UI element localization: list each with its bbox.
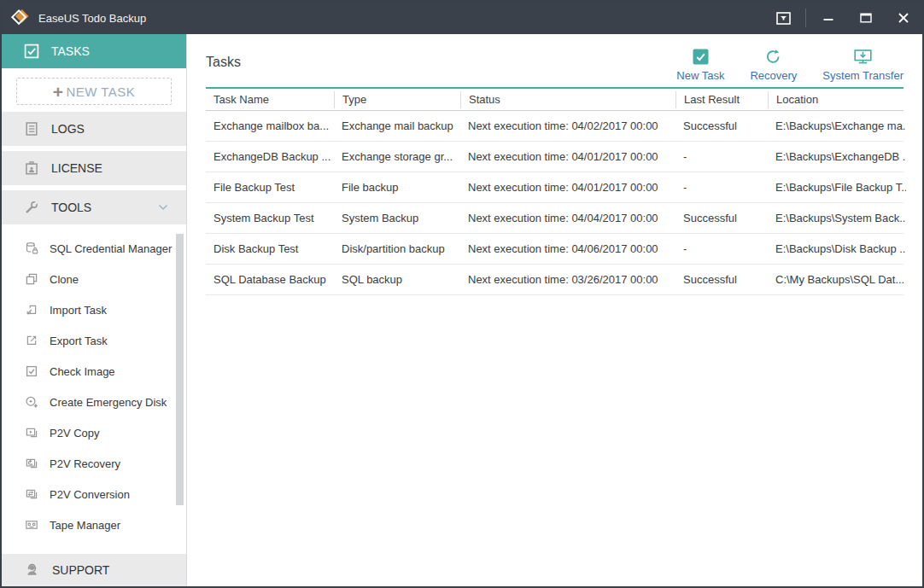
system-transfer-action-button[interactable]: System Transfer [822, 49, 904, 82]
sidebar-item-tools[interactable]: TOOLS [2, 190, 186, 224]
menu-dropdown-button[interactable] [764, 2, 802, 34]
maximize-button[interactable] [847, 2, 885, 34]
table-row[interactable]: ExchangeDB Backup ... Exchange storage g… [206, 142, 904, 172]
cell-location: C:\My Backups\SQL Dat... [768, 273, 906, 286]
cell-type: Disk/partition backup [334, 242, 460, 255]
cell-location: E:\Backups\File Backup T... [768, 181, 906, 194]
tool-item-p2v-recovery[interactable]: P2V Recovery [2, 448, 186, 479]
cell-location: E:\Backups\System Back... [768, 212, 906, 224]
cell-type: Exchange storage gr... [334, 150, 460, 163]
app-body: TASKS + NEW TASK LOGS [2, 34, 922, 586]
column-header-type[interactable]: Type [334, 91, 460, 108]
minimize-icon [823, 14, 833, 22]
column-header-last-result[interactable]: Last Result [675, 91, 768, 108]
cell-status: Next execution time: 03/26/2017 00:00 [460, 273, 675, 286]
column-header-status[interactable]: Status [460, 91, 675, 108]
tool-label: Create Emergency Disk [50, 396, 167, 409]
new-task-action-label: New Task [676, 69, 724, 82]
support-headset-icon [24, 562, 40, 578]
tool-item-p2v-conversion[interactable]: P2V Conversion [2, 479, 186, 509]
cell-location: E:\Backups\Disk Backup ... [768, 242, 906, 255]
table-header: Task Name Type Status Last Result Locati… [206, 87, 904, 111]
dropdown-box-icon [776, 12, 791, 25]
cell-status: Next execution time: 04/01/2017 00:00 [460, 150, 675, 163]
tool-item-sql-credential-manager[interactable]: SQL Credential Manager [2, 233, 186, 264]
tool-label: P2V Copy [50, 427, 100, 440]
cell-task-name: SQL Database Backup [206, 273, 334, 286]
table-row[interactable]: Exchange mailbox ba... Exchange mail bac… [206, 111, 904, 142]
cell-location: E:\Backups\ExchangeDB ... [768, 150, 906, 163]
cell-task-name: ExchangeDB Backup ... [206, 150, 334, 163]
recovery-action-label: Recovery [750, 69, 797, 82]
tool-label: Check Image [50, 365, 115, 378]
tool-item-check-image[interactable]: Check Image [2, 356, 186, 387]
table-row[interactable]: System Backup Test System Backup Next ex… [206, 203, 904, 234]
tool-label: SQL Credential Manager [50, 242, 172, 255]
main-header: Tasks New Task [206, 34, 904, 87]
new-task-icon [693, 49, 709, 65]
tool-label: P2V Conversion [50, 488, 130, 501]
minimize-button[interactable] [810, 2, 847, 34]
app-logo-icon [10, 8, 31, 28]
table-row[interactable]: Disk Backup Test Disk/partition backup N… [206, 234, 904, 265]
header-actions: New Task Recovery [676, 44, 904, 82]
cell-location: E:\Backups\Exchange ma... [768, 119, 906, 132]
p2v-recovery-icon [25, 457, 38, 470]
tool-item-p2v-copy[interactable]: P2V Copy [2, 417, 186, 448]
cell-last-result: - [675, 150, 768, 163]
titlebar-separator [805, 9, 806, 27]
cell-last-result: Successful [675, 212, 768, 224]
tool-label: P2V Recovery [50, 457, 120, 470]
emergency-disk-icon [25, 395, 38, 409]
sidebar-support-label: SUPPORT [52, 563, 109, 577]
system-transfer-icon [854, 49, 872, 65]
cell-task-name: File Backup Test [206, 181, 334, 194]
sidebar-tasks-label: TASKS [51, 44, 90, 58]
new-task-button[interactable]: + NEW TASK [16, 78, 172, 105]
cell-last-result: - [675, 181, 768, 194]
column-header-location[interactable]: Location [768, 91, 906, 108]
cell-status: Next execution time: 04/01/2017 00:00 [460, 181, 675, 194]
sidebar-item-tasks[interactable]: TASKS [2, 34, 186, 68]
tool-item-create-emergency-disk[interactable]: Create Emergency Disk [2, 387, 186, 417]
recovery-action-button[interactable]: Recovery [750, 49, 797, 82]
new-task-button-label: NEW TASK [66, 84, 135, 99]
sidebar-item-logs[interactable]: LOGS [2, 112, 186, 146]
close-icon [898, 13, 909, 23]
tool-item-import-task[interactable]: Import Task [2, 294, 186, 325]
sidebar-tools-label: TOOLS [51, 201, 91, 214]
tools-wrench-icon [24, 200, 39, 215]
table-row[interactable]: SQL Database Backup SQL backup Next exec… [206, 265, 904, 295]
window-title: EaseUS Todo Backup [38, 12, 146, 25]
sidebar-item-support[interactable]: SUPPORT [2, 554, 186, 586]
system-transfer-action-label: System Transfer [822, 69, 904, 82]
table-body: Exchange mailbox ba... Exchange mail bac… [206, 111, 904, 295]
table-row[interactable]: File Backup Test File backup Next execut… [206, 172, 904, 203]
sidebar-scrollbar-thumb[interactable] [176, 234, 184, 505]
close-button[interactable] [885, 2, 922, 34]
check-image-icon [25, 364, 38, 378]
main-content: Tasks New Task [187, 34, 922, 586]
recovery-icon [765, 49, 781, 65]
cell-type: File backup [334, 181, 460, 194]
cell-task-name: System Backup Test [206, 212, 334, 224]
cell-last-result: Successful [675, 119, 768, 132]
sidebar-license-label: LICENSE [51, 161, 102, 175]
chevron-down-icon [157, 203, 169, 212]
logs-icon [24, 121, 39, 137]
tasks-checkbox-icon [24, 44, 39, 59]
import-task-icon [25, 303, 38, 317]
page-title: Tasks [206, 55, 241, 70]
tool-item-export-task[interactable]: Export Task [2, 325, 186, 356]
cell-last-result: - [675, 242, 768, 255]
cell-type: System Backup [334, 212, 460, 224]
titlebar-actions [764, 2, 922, 34]
tool-label: Export Task [50, 335, 108, 347]
column-header-task-name[interactable]: Task Name [206, 91, 334, 108]
cell-task-name: Disk Backup Test [206, 242, 334, 255]
cell-status: Next execution time: 04/02/2017 00:00 [460, 119, 675, 132]
new-task-action-button[interactable]: New Task [676, 49, 724, 82]
tool-item-clone[interactable]: Clone [2, 264, 186, 294]
sidebar-item-license[interactable]: LICENSE [2, 151, 186, 185]
tool-item-tape-manager[interactable]: Tape Manager [2, 509, 186, 540]
